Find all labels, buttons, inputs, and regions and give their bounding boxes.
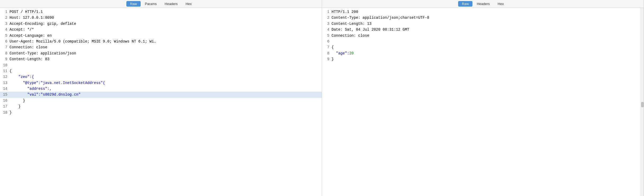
table-row: 7{ xyxy=(322,44,641,50)
table-row: 17 } xyxy=(0,104,322,109)
line-content: "age":20 xyxy=(332,50,638,56)
line-number: 14 xyxy=(2,86,7,92)
line-number: 7 xyxy=(324,44,329,50)
line-content: Content-Type: application/json;charset=U… xyxy=(332,15,638,21)
tab-raw[interactable]: Raw xyxy=(458,1,472,7)
table-row: 3Accept-Encoding: gzip, deflate xyxy=(0,21,322,27)
table-row: 2Content-Type: application/json;charset=… xyxy=(322,15,641,21)
line-number: 5 xyxy=(2,33,7,39)
line-number: 8 xyxy=(2,50,7,56)
line-number: 10 xyxy=(2,62,7,68)
table-row: 14 "address":, xyxy=(0,86,322,92)
line-content: } xyxy=(10,98,320,104)
line-number: 1 xyxy=(2,9,7,15)
table-row: 12 "zeo":{ xyxy=(0,74,322,80)
table-row: 5Connection: close xyxy=(322,33,641,39)
table-row: 13 "@type":"java.net.InetSocketAddress"{ xyxy=(0,80,322,86)
line-number: 4 xyxy=(324,27,329,32)
line-number: 3 xyxy=(324,21,329,27)
right-panel: RawHeadersHex 1HTTP/1.1 2002Content-Type… xyxy=(322,0,644,196)
line-number: 9 xyxy=(2,56,7,62)
right-scrollbar[interactable] xyxy=(641,8,644,196)
line-content: Host: 127.0.0.1:8090 xyxy=(10,15,320,21)
table-row: 7Connection: close xyxy=(0,44,322,50)
table-row: 8Content-Type: application/json xyxy=(0,50,322,56)
table-row: 1HTTP/1.1 200 xyxy=(322,9,641,15)
table-row: 5Accept-Language: en xyxy=(0,33,322,39)
table-row: 10 xyxy=(0,62,322,68)
table-row: 6 xyxy=(322,39,641,44)
line-content: Content-Length: 13 xyxy=(332,21,638,27)
line-number: 3 xyxy=(2,21,7,27)
line-content: Accept-Encoding: gzip, deflate xyxy=(10,21,320,27)
line-content: Content-Type: application/json xyxy=(10,50,320,56)
line-content: POST / HTTP/1.1 xyxy=(10,9,320,15)
line-number: 2 xyxy=(324,15,329,21)
line-content: { xyxy=(332,44,638,50)
line-number: 7 xyxy=(2,44,7,50)
line-number: 18 xyxy=(2,110,7,115)
line-content: "val":"s8029d.dnslog.cn" xyxy=(10,92,320,97)
line-number: 6 xyxy=(324,39,329,44)
line-content: Accept: */* xyxy=(10,27,320,32)
table-row: 4Accept: */* xyxy=(0,27,322,32)
table-row: 18} xyxy=(0,110,322,115)
table-row: 9} xyxy=(322,56,641,62)
line-content: HTTP/1.1 200 xyxy=(332,9,638,15)
left-panel: RawParamsHeadersHex 1POST / HTTP/1.12Hos… xyxy=(0,0,322,196)
line-number: 16 xyxy=(2,98,7,104)
left-content-area: 1POST / HTTP/1.12Host: 127.0.0.1:80903Ac… xyxy=(0,8,322,196)
line-content: "address":, xyxy=(10,86,320,92)
line-number: 1 xyxy=(324,9,329,15)
tab-headers[interactable]: Headers xyxy=(161,1,181,7)
table-row: 1POST / HTTP/1.1 xyxy=(0,9,322,15)
tab-params[interactable]: Params xyxy=(141,1,160,7)
table-row: 11{ xyxy=(0,68,322,74)
line-content: Content-Length: 83 xyxy=(10,56,320,62)
line-content: Connection: close xyxy=(332,33,638,39)
line-content: "@type":"java.net.InetSocketAddress"{ xyxy=(10,80,320,86)
line-number: 4 xyxy=(2,27,7,32)
line-number: 9 xyxy=(324,56,329,62)
table-row: 9Content-Length: 83 xyxy=(0,56,322,62)
right-tab-bar: RawHeadersHex xyxy=(322,0,644,8)
line-content: { xyxy=(10,68,320,74)
tab-hex[interactable]: Hex xyxy=(494,1,508,7)
line-content: } xyxy=(10,104,320,109)
scrollbar-thumb[interactable] xyxy=(641,102,644,107)
line-content: User-Agent: Mozilla/5.0 (compatible; MSI… xyxy=(10,39,320,44)
line-number: 5 xyxy=(324,33,329,39)
tab-headers[interactable]: Headers xyxy=(473,1,493,7)
line-content: } xyxy=(332,56,638,62)
line-number: 11 xyxy=(2,68,7,74)
table-row: 8 "age":20 xyxy=(322,50,641,56)
left-tab-bar: RawParamsHeadersHex xyxy=(0,0,322,8)
line-number: 15 xyxy=(2,92,7,97)
line-number: 8 xyxy=(324,50,329,56)
table-row: 16 } xyxy=(0,98,322,104)
line-number: 2 xyxy=(2,15,7,21)
table-row: 15 "val":"s8029d.dnslog.cn" xyxy=(0,92,322,97)
line-content: "zeo":{ xyxy=(10,74,320,80)
table-row: 4Date: Sat, 04 Jul 2020 08:31:12 GMT xyxy=(322,27,641,32)
line-number: 13 xyxy=(2,80,7,86)
left-code-block: 1POST / HTTP/1.12Host: 127.0.0.1:80903Ac… xyxy=(0,9,322,115)
table-row: 3Content-Length: 13 xyxy=(322,21,641,27)
tab-hex[interactable]: Hex xyxy=(182,1,195,7)
line-content: Date: Sat, 04 Jul 2020 08:31:12 GMT xyxy=(332,27,638,32)
table-row: 2Host: 127.0.0.1:8090 xyxy=(0,15,322,21)
table-row: 6User-Agent: Mozilla/5.0 (compatible; MS… xyxy=(0,39,322,44)
right-content-area: 1HTTP/1.1 2002Content-Type: application/… xyxy=(322,8,641,196)
line-content: Accept-Language: en xyxy=(10,33,320,39)
line-number: 17 xyxy=(2,104,7,109)
line-content: Connection: close xyxy=(10,44,320,50)
tab-raw[interactable]: Raw xyxy=(126,1,141,7)
line-content: } xyxy=(10,110,320,115)
line-number: 6 xyxy=(2,39,7,44)
right-code-block: 1HTTP/1.1 2002Content-Type: application/… xyxy=(322,9,641,62)
line-number: 12 xyxy=(2,74,7,80)
